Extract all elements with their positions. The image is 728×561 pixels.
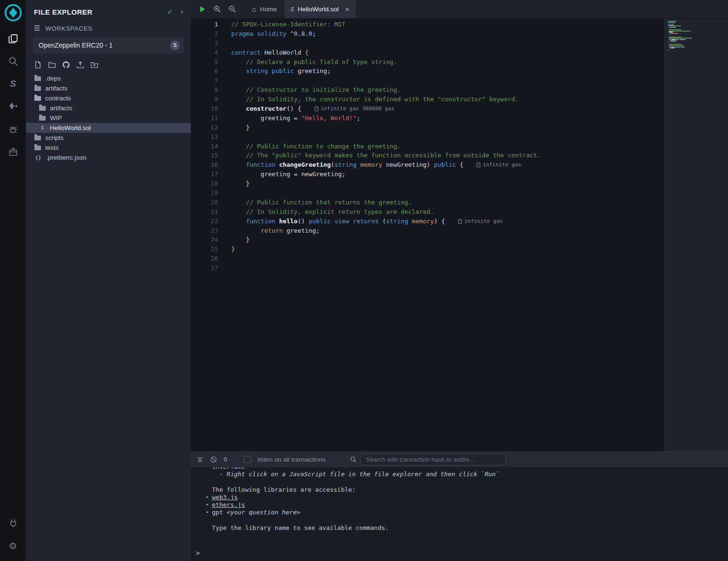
remix-ide-window: S ⚙ FILE EXPLORER ✓ › ☰ WORKSPACES	[0, 0, 728, 561]
terminal-link[interactable]: web3.js	[212, 494, 238, 501]
gas-icon	[477, 163, 480, 167]
plugin-manager-icon[interactable]	[0, 140, 26, 163]
zoom-in-icon[interactable]	[213, 5, 221, 13]
terminal-collapse-icon[interactable]	[196, 456, 203, 463]
gas-icon	[315, 106, 318, 111]
close-tab-icon[interactable]: ×	[345, 5, 349, 13]
search-icon[interactable]	[0, 50, 26, 73]
code-line: 3	[191, 39, 664, 48]
tree-item-label: contracts	[45, 95, 71, 102]
terminal-text: Type the library name to see available c…	[212, 524, 389, 531]
line-number: 5	[191, 57, 218, 67]
terminal[interactable]: interface - Right click on a JavaScript …	[191, 467, 728, 561]
terminal-link[interactable]: ethers.js	[212, 501, 245, 508]
minimap[interactable]	[668, 21, 723, 449]
line-number: 27	[191, 263, 218, 273]
tree-item-wip[interactable]: WIP	[26, 113, 191, 123]
terminal-text: - Right click on a JavaScript file in th…	[212, 471, 499, 478]
code-line: 23 return greeting;	[191, 226, 664, 236]
line-number: 19	[191, 188, 218, 198]
terminal-line: •web3.js	[212, 494, 722, 501]
code-line-text: // Constructor to initialize the greetin…	[218, 85, 401, 95]
code-line-text: // Public function that returns the gree…	[218, 198, 412, 207]
bullet-icon: •	[205, 494, 212, 501]
terminal-line: Type the library name to see available c…	[212, 524, 722, 532]
tree-item-helloworld-sol[interactable]: SHelloWorld.sol	[26, 123, 191, 133]
line-number: 10	[191, 104, 218, 114]
new-file-icon[interactable]	[34, 61, 42, 69]
tree-item-tests[interactable]: tests	[26, 143, 191, 153]
code-line-text: constructor() {	[218, 104, 301, 114]
tab-active-label: HelloWorld.sol	[298, 6, 339, 13]
editor: 1// SPDX-License-Identifier: MIT2pragma …	[191, 19, 728, 451]
github-icon[interactable]	[62, 61, 70, 69]
gear-glyph: ⚙	[9, 541, 17, 551]
workspace-selector[interactable]: OpenZeppelin ERC20 - 1 ⇅	[33, 37, 184, 53]
workspace-options-button[interactable]: ⇅	[170, 41, 180, 50]
terminal-line	[212, 478, 722, 486]
workspaces-label: WORKSPACES	[45, 25, 92, 32]
terminal-line: •ethers.js	[212, 501, 722, 509]
line-number: 16	[191, 160, 218, 170]
remix-logo[interactable]	[3, 3, 23, 23]
clear-console-icon[interactable]	[210, 456, 217, 463]
terminal-output: interface - Right click on a JavaScript …	[191, 467, 728, 532]
accept-check-icon[interactable]: ✓	[167, 8, 173, 16]
code-area[interactable]: 1// SPDX-License-Identifier: MIT2pragma …	[191, 19, 664, 451]
tree-item-artifacts[interactable]: artifacts	[26, 103, 191, 113]
zoom-out-icon[interactable]	[228, 5, 236, 13]
code-line: 4contract HelloWorld {	[191, 48, 664, 57]
solidity-compiler-icon[interactable]: S	[0, 73, 26, 95]
line-number: 15	[191, 151, 218, 160]
code-line-text: greeting = newGreeting;	[218, 170, 346, 179]
debugger-icon[interactable]	[0, 118, 26, 140]
listen-transactions-label: listen on all transactions	[258, 456, 325, 463]
plugin-connect-icon[interactable]	[0, 512, 26, 535]
folder-icon	[34, 136, 41, 140]
gas-text: infinite gas	[483, 160, 521, 170]
settings-gear-icon[interactable]: ⚙	[0, 535, 26, 557]
tab-helloworld-sol[interactable]: S HelloWorld.sol ×	[284, 0, 356, 18]
terminal-line	[212, 516, 722, 524]
terminal-prompt[interactable]: >	[191, 549, 728, 561]
new-folder-icon[interactable]	[48, 61, 56, 69]
editor-tabbar: ⌂ Home S HelloWorld.sol ×	[191, 0, 728, 19]
line-number: 13	[191, 132, 218, 142]
tab-home-label: Home	[260, 6, 277, 13]
workspace-selected-name: OpenZeppelin ERC20 - 1	[39, 41, 170, 49]
bullet-icon: •	[205, 509, 212, 516]
tree-item--prettierrc-json[interactable]: {}.prettierrc.json	[26, 153, 191, 163]
tree-item-contracts[interactable]: contracts	[26, 93, 191, 103]
listen-transactions-checkbox[interactable]	[244, 456, 251, 463]
file-explorer-icon[interactable]	[0, 27, 26, 50]
tree-item--deps[interactable]: .deps	[26, 73, 191, 83]
terminal-line: - Right click on a JavaScript file in th…	[212, 471, 722, 478]
solidity-file-icon: S	[39, 125, 46, 131]
code-line: 21 // In Solidity, explicit return types…	[191, 207, 664, 217]
upload-icon[interactable]	[76, 61, 84, 69]
code-line-text: greeting = "Hello, World!";	[218, 114, 360, 123]
minimap-strip	[664, 19, 728, 451]
code-line: 17 greeting = newGreeting;	[191, 170, 664, 179]
code-line: 18 }	[191, 179, 664, 188]
gas-text: infinite gas	[464, 217, 503, 226]
tree-item-artifacts[interactable]: artifacts	[26, 83, 191, 93]
line-number: 3	[191, 39, 218, 48]
code-line: 24 }	[191, 235, 664, 244]
tab-home[interactable]: ⌂ Home	[245, 0, 284, 18]
file-explorer-panel: FILE EXPLORER ✓ › ☰ WORKSPACES OpenZeppe…	[26, 0, 191, 561]
line-number: 4	[191, 48, 218, 57]
workspaces-menu-icon[interactable]: ☰	[34, 24, 40, 33]
deploy-run-icon[interactable]	[0, 95, 26, 118]
import-folder-icon[interactable]	[90, 61, 98, 69]
terminal-search-input[interactable]	[361, 454, 506, 465]
code-line: 13	[191, 132, 664, 142]
collapse-chevron-icon[interactable]: ›	[180, 7, 183, 16]
terminal-toolbar: 0 listen on all transactions	[191, 451, 728, 467]
tree-item-label: HelloWorld.sol	[50, 124, 91, 131]
run-script-play-icon[interactable]	[198, 5, 206, 13]
terminal-search-icon[interactable]	[350, 456, 357, 463]
line-number: 18	[191, 179, 218, 188]
tree-item-scripts[interactable]: scripts	[26, 133, 191, 143]
code-line: 7	[191, 76, 664, 85]
